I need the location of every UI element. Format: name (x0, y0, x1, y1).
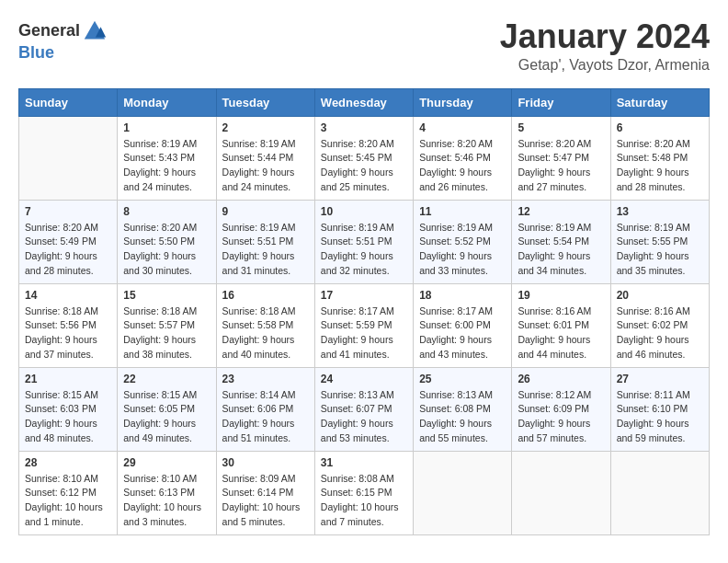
daylight-text: Daylight: 10 hours and 1 minute. (25, 501, 103, 527)
sunrise-text: Sunrise: 8:11 AM (617, 389, 690, 400)
sunrise-text: Sunrise: 8:18 AM (123, 305, 197, 316)
table-row: 30 Sunrise: 8:09 AM Sunset: 6:14 PM Dayl… (216, 451, 314, 534)
sunset-text: Sunset: 5:50 PM (123, 236, 195, 247)
table-row: 31 Sunrise: 8:08 AM Sunset: 6:15 PM Dayl… (314, 451, 413, 534)
day-info: Sunrise: 8:15 AM Sunset: 6:03 PM Dayligh… (25, 388, 111, 446)
day-info: Sunrise: 8:13 AM Sunset: 6:08 PM Dayligh… (419, 388, 506, 446)
daylight-text: Daylight: 9 hours and 37 minutes. (25, 334, 97, 360)
sunset-text: Sunset: 5:47 PM (518, 152, 589, 163)
day-number: 27 (617, 373, 703, 385)
month-title: January 2024 (500, 18, 710, 55)
table-row: 23 Sunrise: 8:14 AM Sunset: 6:06 PM Dayl… (216, 367, 314, 451)
header-thursday: Thursday (414, 88, 512, 116)
sunset-text: Sunset: 6:02 PM (617, 319, 688, 330)
sunrise-text: Sunrise: 8:17 AM (321, 305, 394, 316)
sunset-text: Sunset: 5:52 PM (419, 236, 491, 247)
table-row: 29 Sunrise: 8:10 AM Sunset: 6:13 PM Dayl… (118, 451, 216, 534)
sunrise-text: Sunrise: 8:08 AM (321, 473, 394, 484)
day-number: 28 (25, 456, 111, 469)
day-number: 22 (123, 373, 210, 385)
day-number: 31 (321, 456, 407, 469)
weekday-header-row: Sunday Monday Tuesday Wednesday Thursday… (19, 88, 710, 116)
daylight-text: Daylight: 9 hours and 38 minutes. (123, 334, 196, 360)
day-info: Sunrise: 8:19 AM Sunset: 5:54 PM Dayligh… (518, 221, 604, 279)
daylight-text: Daylight: 9 hours and 48 minutes. (25, 418, 97, 443)
sunset-text: Sunset: 5:48 PM (617, 152, 688, 163)
day-number: 1 (123, 121, 210, 134)
sunrise-text: Sunrise: 8:20 AM (25, 222, 98, 233)
sunset-text: Sunset: 5:57 PM (123, 319, 195, 330)
daylight-text: Daylight: 9 hours and 30 minutes. (123, 250, 196, 276)
table-row (19, 116, 118, 200)
sunrise-text: Sunrise: 8:13 AM (321, 389, 394, 400)
sunrise-text: Sunrise: 8:10 AM (25, 473, 98, 484)
sunset-text: Sunset: 6:15 PM (321, 487, 392, 498)
sunset-text: Sunset: 5:51 PM (321, 236, 392, 247)
daylight-text: Daylight: 9 hours and 25 minutes. (321, 167, 393, 192)
header-saturday: Saturday (610, 88, 709, 116)
day-number: 18 (419, 289, 506, 302)
day-number: 29 (123, 456, 210, 469)
sunrise-text: Sunrise: 8:15 AM (25, 389, 98, 400)
sunset-text: Sunset: 6:06 PM (222, 403, 294, 414)
table-row: 6 Sunrise: 8:20 AM Sunset: 5:48 PM Dayli… (610, 116, 709, 200)
table-row: 4 Sunrise: 8:20 AM Sunset: 5:46 PM Dayli… (414, 116, 512, 200)
daylight-text: Daylight: 9 hours and 35 minutes. (617, 250, 689, 276)
day-number: 5 (518, 121, 604, 134)
calendar-table: Sunday Monday Tuesday Wednesday Thursday… (18, 88, 710, 535)
table-row: 20 Sunrise: 8:16 AM Sunset: 6:02 PM Dayl… (610, 283, 709, 367)
sunset-text: Sunset: 6:12 PM (25, 487, 97, 498)
day-number: 2 (222, 121, 309, 134)
sunset-text: Sunset: 6:14 PM (222, 487, 294, 498)
sunrise-text: Sunrise: 8:19 AM (123, 138, 197, 149)
day-number: 11 (419, 205, 506, 218)
sunrise-text: Sunrise: 8:16 AM (518, 305, 591, 316)
table-row: 2 Sunrise: 8:19 AM Sunset: 5:44 PM Dayli… (216, 116, 314, 200)
daylight-text: Daylight: 9 hours and 40 minutes. (222, 334, 295, 360)
logo-icon (82, 18, 108, 44)
sunrise-text: Sunrise: 8:19 AM (222, 222, 296, 233)
day-info: Sunrise: 8:12 AM Sunset: 6:09 PM Dayligh… (518, 388, 604, 446)
table-row: 9 Sunrise: 8:19 AM Sunset: 5:51 PM Dayli… (216, 200, 314, 283)
daylight-text: Daylight: 9 hours and 49 minutes. (123, 418, 196, 443)
sunrise-text: Sunrise: 8:19 AM (419, 222, 493, 233)
daylight-text: Daylight: 9 hours and 27 minutes. (518, 167, 590, 192)
day-number: 24 (321, 373, 407, 385)
table-row: 27 Sunrise: 8:11 AM Sunset: 6:10 PM Dayl… (610, 367, 709, 451)
header-wednesday: Wednesday (314, 88, 413, 116)
daylight-text: Daylight: 9 hours and 46 minutes. (617, 334, 689, 360)
week-row-3: 14 Sunrise: 8:18 AM Sunset: 5:56 PM Dayl… (19, 283, 710, 367)
sunrise-text: Sunrise: 8:20 AM (419, 138, 493, 149)
daylight-text: Daylight: 9 hours and 53 minutes. (321, 418, 393, 443)
sunset-text: Sunset: 6:03 PM (25, 403, 97, 414)
table-row: 10 Sunrise: 8:19 AM Sunset: 5:51 PM Dayl… (314, 200, 413, 283)
sunrise-text: Sunrise: 8:19 AM (617, 222, 690, 233)
sunrise-text: Sunrise: 8:20 AM (617, 138, 690, 149)
day-info: Sunrise: 8:19 AM Sunset: 5:55 PM Dayligh… (617, 221, 703, 279)
sunset-text: Sunset: 6:07 PM (321, 403, 392, 414)
table-row: 24 Sunrise: 8:13 AM Sunset: 6:07 PM Dayl… (314, 367, 413, 451)
table-row: 19 Sunrise: 8:16 AM Sunset: 6:01 PM Dayl… (512, 283, 610, 367)
sunrise-text: Sunrise: 8:17 AM (419, 305, 493, 316)
table-row: 16 Sunrise: 8:18 AM Sunset: 5:58 PM Dayl… (216, 283, 314, 367)
day-info: Sunrise: 8:08 AM Sunset: 6:15 PM Dayligh… (321, 472, 407, 530)
week-row-5: 28 Sunrise: 8:10 AM Sunset: 6:12 PM Dayl… (19, 451, 710, 534)
sunrise-text: Sunrise: 8:10 AM (123, 473, 197, 484)
sunset-text: Sunset: 5:44 PM (222, 152, 294, 163)
day-number: 16 (222, 289, 309, 302)
table-row: 25 Sunrise: 8:13 AM Sunset: 6:08 PM Dayl… (414, 367, 512, 451)
daylight-text: Daylight: 9 hours and 34 minutes. (518, 250, 590, 276)
day-info: Sunrise: 8:11 AM Sunset: 6:10 PM Dayligh… (617, 388, 703, 446)
day-number: 30 (222, 456, 309, 469)
daylight-text: Daylight: 9 hours and 31 minutes. (222, 250, 295, 276)
table-row: 7 Sunrise: 8:20 AM Sunset: 5:49 PM Dayli… (19, 200, 118, 283)
day-info: Sunrise: 8:16 AM Sunset: 6:01 PM Dayligh… (518, 304, 604, 362)
daylight-text: Daylight: 9 hours and 24 minutes. (123, 167, 196, 192)
day-info: Sunrise: 8:17 AM Sunset: 5:59 PM Dayligh… (321, 304, 407, 362)
day-number: 23 (222, 373, 309, 385)
week-row-2: 7 Sunrise: 8:20 AM Sunset: 5:49 PM Dayli… (19, 200, 710, 283)
sunrise-text: Sunrise: 8:16 AM (617, 305, 690, 316)
sunrise-text: Sunrise: 8:12 AM (518, 389, 591, 400)
daylight-text: Daylight: 9 hours and 43 minutes. (419, 334, 492, 360)
sunset-text: Sunset: 5:45 PM (321, 152, 392, 163)
